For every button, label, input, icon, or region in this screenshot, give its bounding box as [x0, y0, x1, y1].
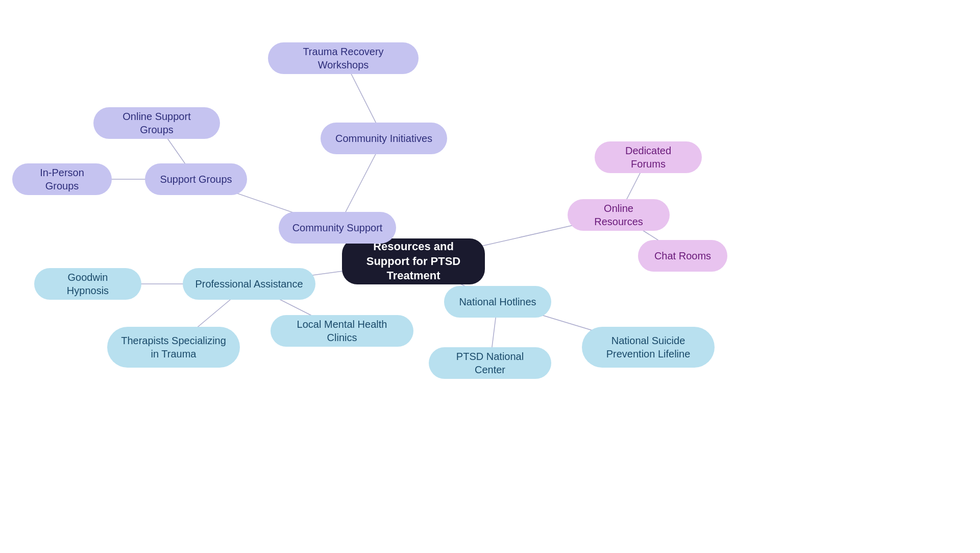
node-trauma-recovery-workshops: Trauma Recovery Workshops: [268, 42, 419, 74]
center-node: Resources and Support for PTSD Treatment: [342, 238, 485, 284]
label-ptsd-national-center: PTSD National Center: [441, 350, 539, 376]
node-chat-rooms: Chat Rooms: [638, 240, 727, 272]
node-in-person-groups: In-Person Groups: [12, 163, 112, 195]
label-goodwin-hypnosis: Goodwin Hypnosis: [46, 271, 129, 297]
node-national-hotlines: National Hotlines: [444, 286, 551, 318]
node-professional-assistance: Professional Assistance: [183, 268, 315, 300]
node-goodwin-hypnosis: Goodwin Hypnosis: [34, 268, 141, 300]
label-online-resources: Online Resources: [580, 202, 657, 228]
node-online-support-groups: Online Support Groups: [93, 107, 220, 139]
node-support-groups: Support Groups: [145, 163, 247, 195]
label-national-suicide: National Suicide Prevention Lifeline: [594, 334, 702, 360]
center-label: Resources and Support for PTSD Treatment: [354, 239, 473, 283]
node-national-suicide-prevention: National Suicide Prevention Lifeline: [582, 327, 715, 368]
label-community-initiatives: Community Initiatives: [335, 132, 432, 145]
node-local-mental-health: Local Mental Health Clinics: [271, 315, 413, 347]
node-dedicated-forums: Dedicated Forums: [595, 141, 702, 173]
label-community-support: Community Support: [292, 221, 383, 234]
label-online-support: Online Support Groups: [106, 110, 208, 136]
node-therapists-specializing: Therapists Specializing in Trauma: [107, 327, 240, 368]
node-community-initiatives: Community Initiatives: [321, 123, 447, 154]
node-online-resources: Online Resources: [568, 199, 670, 231]
label-dedicated-forums: Dedicated Forums: [607, 144, 690, 171]
label-local-mental-health: Local Mental Health Clinics: [283, 318, 401, 344]
label-in-person-groups: In-Person Groups: [24, 166, 100, 193]
label-national-hotlines: National Hotlines: [459, 295, 536, 308]
label-professional-assistance: Professional Assistance: [195, 277, 303, 291]
label-trauma-recovery: Trauma Recovery Workshops: [280, 45, 406, 71]
label-chat-rooms: Chat Rooms: [654, 249, 711, 262]
label-therapists-specializing: Therapists Specializing in Trauma: [119, 334, 228, 360]
node-ptsd-national-center: PTSD National Center: [429, 347, 551, 379]
node-community-support: Community Support: [279, 212, 396, 244]
label-support-groups: Support Groups: [160, 173, 232, 186]
